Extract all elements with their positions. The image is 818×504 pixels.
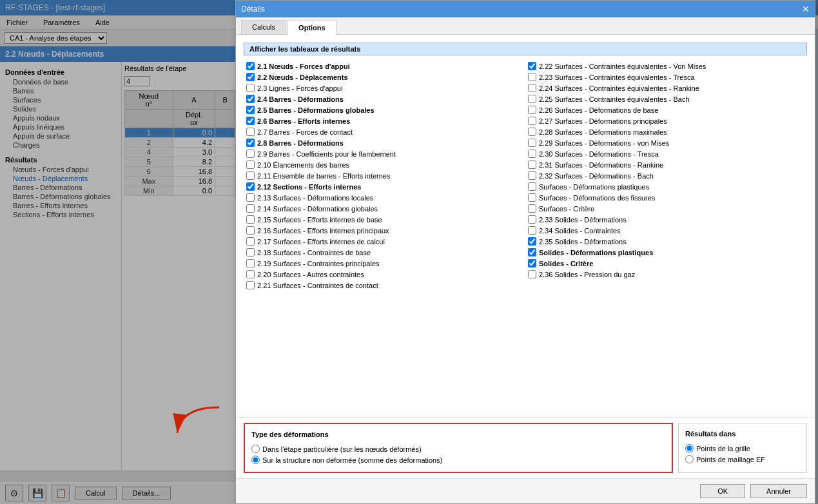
checkbox-label-c20[interactable]: 2.20 Surfaces - Autres contraintes xyxy=(257,271,364,278)
checkbox-c14[interactable] xyxy=(246,204,255,213)
checkbox-c18[interactable] xyxy=(246,248,255,257)
checkbox-label-r6[interactable]: 2.27 Surfaces - Déformations principales xyxy=(539,117,667,125)
checkbox-c15[interactable] xyxy=(246,215,255,224)
radio-results-option1[interactable] xyxy=(685,444,694,452)
checkbox-c16[interactable] xyxy=(246,226,255,235)
radio-deform-option2[interactable] xyxy=(251,456,260,464)
checkbox-label-c7[interactable]: 2.7 Barres - Forces de contact xyxy=(257,128,353,136)
checkbox-label-c16[interactable]: 2.16 Surfaces - Efforts internes princip… xyxy=(257,227,389,235)
checkbox-label-c3[interactable]: 2.3 Lignes - Forces d'appui xyxy=(257,84,342,92)
checkbox-label-r15[interactable]: 2.33 Solides - Déformations xyxy=(539,216,627,224)
checkbox-label-r14[interactable]: Surfaces - Critère xyxy=(539,205,594,213)
checkbox-c21[interactable] xyxy=(246,281,255,289)
checkbox-label-r19[interactable]: Solides - Critère xyxy=(539,260,593,267)
checkbox-label-c21[interactable]: 2.21 Surfaces - Contraintes de contact xyxy=(257,282,378,289)
checkbox-c19[interactable] xyxy=(246,259,255,267)
checkbox-r19[interactable] xyxy=(528,259,536,267)
checkbox-r14[interactable] xyxy=(528,204,536,213)
checkbox-label-r8[interactable]: 2.29 Surfaces - Déformations - von Mises xyxy=(539,139,669,147)
checkbox-label-r11[interactable]: 2.32 Surfaces - Déformations - Bach xyxy=(539,172,654,180)
checkbox-label-r2[interactable]: 2.23 Surfaces - Contraintes équivalentes… xyxy=(539,73,695,81)
radio-deform-option1[interactable] xyxy=(251,445,260,453)
checkbox-label-c14[interactable]: 2.14 Surfaces - Déformations globales xyxy=(257,205,378,213)
checkbox-r3[interactable] xyxy=(528,84,536,92)
checkbox-label-c8[interactable]: 2.8 Barres - Déformations xyxy=(257,139,344,147)
checkbox-c8[interactable] xyxy=(246,139,255,147)
checkbox-label-c10[interactable]: 2.10 Élancements des barres xyxy=(257,161,349,169)
checkbox-r7[interactable] xyxy=(528,128,536,136)
checkbox-label-c1[interactable]: 2.1 Nœuds - Forces d'appui xyxy=(257,63,350,70)
checkbox-label-r13[interactable]: Surfaces - Déformations des fissures xyxy=(539,194,655,202)
checkbox-c3[interactable] xyxy=(246,84,255,92)
checkbox-label-c15[interactable]: 2.15 Surfaces - Efforts internes de base xyxy=(257,216,382,224)
checkbox-c10[interactable] xyxy=(246,160,255,169)
checkbox-c12[interactable] xyxy=(246,182,255,191)
checkbox-r17[interactable] xyxy=(528,237,536,246)
checkbox-label-r7[interactable]: 2.28 Surfaces - Déformations maximales xyxy=(539,128,667,136)
checkbox-r10[interactable] xyxy=(528,160,536,169)
ok-button[interactable]: OK xyxy=(700,484,745,498)
checkbox-r5[interactable] xyxy=(528,106,536,114)
checkbox-label-c11[interactable]: 2.11 Ensemble de barres - Efforts intern… xyxy=(257,172,390,180)
checkbox-label-c9[interactable]: 2.9 Barres - Coefficients pour le flambe… xyxy=(257,150,396,158)
checkbox-row: 2.32 Surfaces - Déformations - Bach xyxy=(525,170,807,181)
radio-deform-label2[interactable]: Sur la structure non déformée (somme des… xyxy=(262,456,442,464)
checkbox-label-r4[interactable]: 2.25 Surfaces - Contraintes équivalentes… xyxy=(539,95,690,103)
checkbox-c20[interactable] xyxy=(246,270,255,278)
checkbox-c6[interactable] xyxy=(246,117,255,125)
dialog-close-button[interactable]: ✕ xyxy=(802,5,810,14)
cancel-button[interactable]: Annuler xyxy=(750,484,807,498)
checkbox-label-c13[interactable]: 2.13 Surfaces - Déformations locales xyxy=(257,194,373,202)
checkbox-label-c5[interactable]: 2.5 Barres - Déformations globales xyxy=(257,106,375,114)
checkbox-label-c6[interactable]: 2.6 Barres - Efforts internes xyxy=(257,117,350,125)
checkbox-r16[interactable] xyxy=(528,226,536,235)
checkbox-label-r9[interactable]: 2.30 Surfaces - Déformations - Tresca xyxy=(539,150,659,158)
checkbox-c7[interactable] xyxy=(246,128,255,136)
checkbox-label-r17[interactable]: 2.35 Solides - Déformations xyxy=(539,238,627,246)
checkbox-r9[interactable] xyxy=(528,150,536,158)
tab-options[interactable]: Options xyxy=(287,21,336,35)
tab-calculs[interactable]: Calculs xyxy=(241,20,286,34)
checkbox-c11[interactable] xyxy=(246,171,255,180)
checkbox-r8[interactable] xyxy=(528,139,536,147)
checkbox-c17[interactable] xyxy=(246,237,255,246)
radio-results-option1-row: Points de la grille xyxy=(685,443,800,454)
checkbox-label-c17[interactable]: 2.17 Surfaces - Efforts internes de calc… xyxy=(257,238,385,246)
checkbox-label-c2[interactable]: 2.2 Nœuds - Déplacements xyxy=(257,73,348,81)
checkbox-c4[interactable] xyxy=(246,95,255,103)
checkbox-r2[interactable] xyxy=(528,73,536,81)
radio-deform-label1[interactable]: Dans l'étape particulière (sur les nœuds… xyxy=(262,445,422,453)
checkbox-col-right: 2.22 Surfaces - Contraintes équivalentes… xyxy=(525,61,807,291)
checkbox-label-r12[interactable]: Surfaces - Déformations plastiques xyxy=(539,183,649,191)
checkbox-label-c19[interactable]: 2.19 Surfaces - Contraintes principales xyxy=(257,260,380,267)
checkbox-r1[interactable] xyxy=(528,62,536,70)
checkbox-label-r3[interactable]: 2.24 Surfaces - Contraintes équivalentes… xyxy=(539,84,699,92)
checkbox-label-r20[interactable]: 2.36 Solides - Pression du gaz xyxy=(539,271,635,278)
radio-results-label2[interactable]: Points de maillage EF xyxy=(696,456,765,463)
checkbox-c1[interactable] xyxy=(246,62,255,70)
checkbox-label-c4[interactable]: 2.4 Barres - Déformations xyxy=(257,95,344,103)
checkbox-c9[interactable] xyxy=(246,150,255,158)
checkbox-label-r16[interactable]: 2.34 Solides - Contraintes xyxy=(539,227,621,235)
checkbox-r4[interactable] xyxy=(528,95,536,103)
checkbox-r12[interactable] xyxy=(528,182,536,191)
checkbox-label-c18[interactable]: 2.18 Surfaces - Contraintes de base xyxy=(257,249,371,257)
checkbox-r15[interactable] xyxy=(528,215,536,224)
checkbox-c13[interactable] xyxy=(246,193,255,202)
radio-results-label1[interactable]: Points de la grille xyxy=(696,445,750,452)
checkbox-r13[interactable] xyxy=(528,193,536,202)
checkbox-label-r5[interactable]: 2.26 Surfaces - Déformations de base xyxy=(539,106,658,114)
checkbox-r20[interactable] xyxy=(528,270,536,278)
checkbox-label-c12[interactable]: 2.12 Sections - Efforts internes xyxy=(257,183,361,191)
checkbox-label-r1[interactable]: 2.22 Surfaces - Contraintes équivalentes… xyxy=(539,63,706,70)
checkbox-row: 2.22 Surfaces - Contraintes équivalentes… xyxy=(525,61,807,72)
checkbox-c2[interactable] xyxy=(246,73,255,81)
checkbox-r11[interactable] xyxy=(528,171,536,180)
checkbox-col-left: 2.1 Nœuds - Forces d'appui 2.2 Nœuds - D… xyxy=(244,61,525,291)
checkbox-r18[interactable] xyxy=(528,248,536,257)
checkbox-c5[interactable] xyxy=(246,106,255,114)
checkbox-label-r10[interactable]: 2.31 Surfaces - Déformations - Rankine xyxy=(539,161,663,169)
radio-results-option2[interactable] xyxy=(685,455,694,463)
checkbox-r6[interactable] xyxy=(528,117,536,125)
checkbox-label-r18[interactable]: Solides - Déformations plastiques xyxy=(539,249,653,257)
